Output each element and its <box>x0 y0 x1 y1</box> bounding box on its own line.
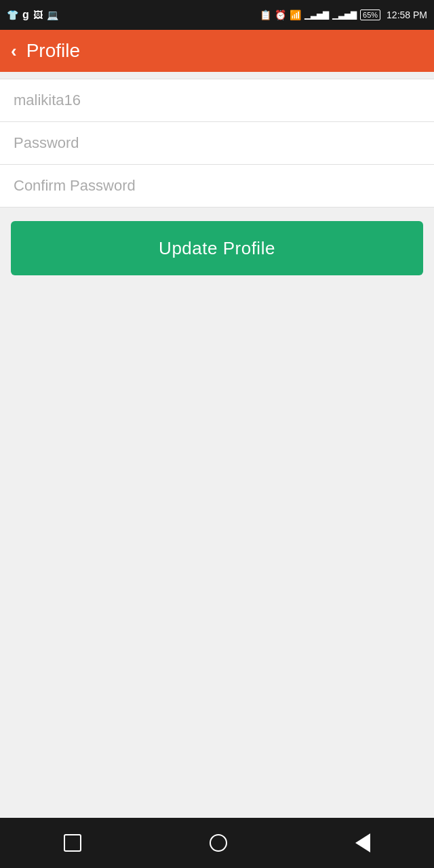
back-button[interactable] <box>355 833 370 852</box>
app-bar: ‹ Profile <box>0 30 434 72</box>
status-time: 12:58 PM <box>387 9 427 20</box>
update-button-container: Update Profile <box>0 208 434 289</box>
bottom-nav <box>0 818 434 868</box>
status-bar-right-icons: 📋 ⏰ 📶 ▁▃▅▇ ▁▃▅▇ 65% 12:58 PM <box>260 9 427 20</box>
clipboard-icon: 📋 <box>260 10 271 20</box>
square-icon <box>64 834 81 852</box>
status-bar-left-icons: 👕 g 🖼 💻 <box>7 9 58 20</box>
update-profile-button[interactable]: Update Profile <box>11 221 423 275</box>
signal2-icon: ▁▃▅▇ <box>332 11 357 19</box>
username-input[interactable] <box>14 92 420 109</box>
confirm-password-input[interactable] <box>14 177 420 195</box>
image-icon: 🖼 <box>33 10 43 20</box>
triangle-icon <box>355 833 370 852</box>
g-icon: g <box>22 9 29 20</box>
page-title: Profile <box>26 40 80 62</box>
main-content: Update Profile <box>0 72 434 818</box>
wifi-icon: 📶 <box>290 10 301 20</box>
signal1-icon: ▁▃▅▇ <box>304 11 329 19</box>
password-input[interactable] <box>14 134 420 152</box>
circle-icon <box>210 834 227 852</box>
battery-icon: 65% <box>360 9 380 20</box>
back-icon[interactable]: ‹ <box>11 42 17 60</box>
username-field-container <box>0 79 434 122</box>
shirt-icon: 👕 <box>7 10 18 20</box>
alarm-icon: ⏰ <box>275 10 286 20</box>
home-button[interactable] <box>210 834 227 852</box>
recent-apps-button[interactable] <box>64 834 81 852</box>
tablet-icon: 💻 <box>47 10 58 20</box>
confirm-password-field-container <box>0 165 434 208</box>
password-field-container <box>0 122 434 165</box>
status-bar: 👕 g 🖼 💻 📋 ⏰ 📶 ▁▃▅▇ ▁▃▅▇ 65% 12:58 PM <box>0 0 434 30</box>
